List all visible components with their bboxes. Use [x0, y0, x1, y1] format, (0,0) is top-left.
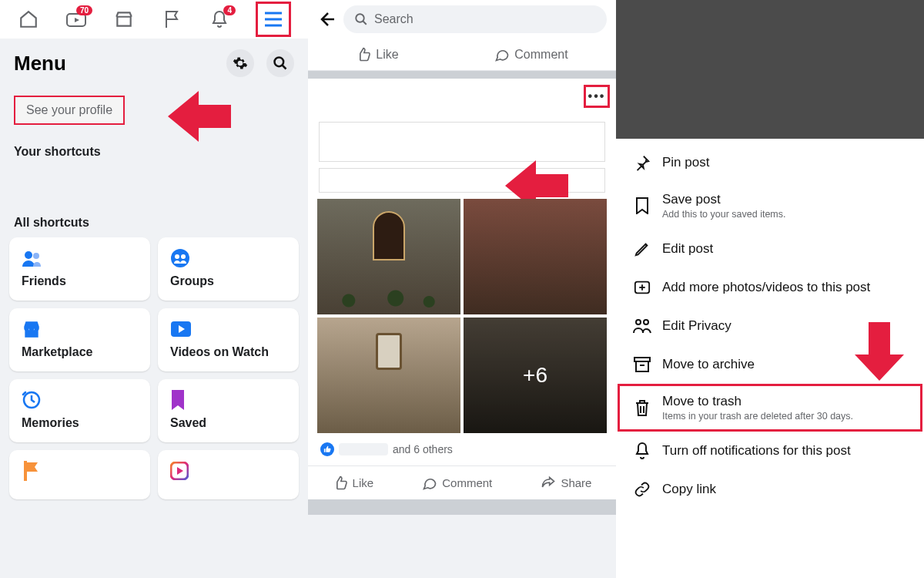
shortcut-saved[interactable]: Saved — [158, 379, 299, 442]
flag-icon[interactable] — [160, 8, 183, 31]
shortcut-friends[interactable]: Friends — [9, 237, 150, 301]
reels-icon — [170, 461, 286, 481]
annotation-arrow-trash — [858, 322, 901, 381]
photo-more-overlay: +6 — [464, 318, 607, 433]
svg-point-10 — [181, 254, 186, 259]
svg-line-5 — [283, 66, 286, 69]
photo-4[interactable]: +6 — [464, 318, 607, 433]
engagement-bar-bottom: Like Comment Share — [308, 465, 616, 499]
see-profile-link[interactable]: See your profile — [14, 96, 125, 125]
svg-point-7 — [33, 253, 39, 259]
settings-button[interactable] — [226, 49, 254, 77]
svg-point-6 — [25, 251, 32, 259]
like-icon — [356, 47, 371, 62]
search-bar: Search — [308, 0, 616, 39]
shortcut-videos-label: Videos on Watch — [170, 345, 286, 359]
svg-rect-13 — [24, 461, 27, 481]
option-copy-link[interactable]: Copy link — [618, 470, 922, 509]
svg-line-17 — [363, 21, 367, 25]
pin-icon — [633, 153, 651, 172]
shortcut-row-extra-2[interactable] — [158, 450, 299, 499]
like-button[interactable]: Like — [333, 476, 374, 491]
like-button-top[interactable]: Like — [356, 47, 398, 62]
bell-off-icon — [633, 442, 651, 460]
back-arrow-icon[interactable] — [317, 10, 336, 29]
engagement-bar-top: Like Comment — [308, 39, 616, 71]
shortcut-videos[interactable]: Videos on Watch — [158, 308, 299, 371]
add-photo-icon — [633, 278, 651, 297]
comment-button[interactable]: Comment — [422, 476, 492, 491]
memories-icon — [22, 390, 138, 410]
shortcut-memories[interactable]: Memories — [9, 379, 150, 442]
shortcut-marketplace[interactable]: Marketplace — [9, 308, 150, 371]
shortcut-saved-label: Saved — [170, 416, 286, 430]
friends-icon — [22, 248, 138, 268]
like-icon — [333, 476, 348, 491]
watch-badge: 70 — [76, 5, 92, 15]
option-trash[interactable]: Move to trashItems in your trash are del… — [618, 384, 922, 432]
shortcut-groups[interactable]: Groups — [158, 237, 299, 301]
sheet-cover-image — [616, 0, 924, 139]
post-header-placeholder — [319, 122, 605, 162]
shortcut-row-extra-1[interactable] — [9, 450, 150, 499]
privacy-icon — [633, 317, 651, 335]
bell-icon[interactable]: 4 — [208, 8, 231, 31]
link-icon — [633, 480, 651, 499]
photo-3[interactable] — [317, 318, 460, 433]
marketplace-icon[interactable] — [112, 8, 136, 31]
home-icon[interactable] — [17, 8, 40, 31]
pencil-icon — [633, 240, 651, 258]
shortcut-marketplace-label: Marketplace — [22, 345, 138, 359]
share-button[interactable]: Share — [541, 476, 591, 491]
option-pin[interactable]: Pin post — [618, 143, 922, 182]
archive-icon — [633, 355, 651, 374]
shortcut-memories-label: Memories — [22, 416, 138, 430]
svg-point-16 — [356, 14, 364, 22]
post-card: ••• +6 and 6 others — [308, 79, 616, 465]
search-icon — [273, 55, 288, 71]
videos-icon — [170, 319, 286, 339]
trash-icon — [633, 398, 651, 417]
search-field-icon — [354, 12, 368, 26]
shortcut-friends-label: Friends — [22, 274, 138, 288]
your-shortcuts-heading: Your shortcuts — [0, 142, 308, 159]
svg-point-9 — [175, 254, 179, 259]
pages-icon — [22, 461, 138, 481]
comment-icon — [494, 47, 510, 62]
comment-icon — [422, 476, 437, 491]
bookmark-icon — [633, 197, 651, 215]
gear-icon — [233, 55, 248, 71]
like-reaction-icon — [320, 442, 334, 456]
option-add-media[interactable]: Add more photos/videos to this post — [618, 268, 922, 307]
saved-icon — [170, 390, 286, 410]
search-button[interactable] — [266, 49, 294, 77]
comment-button-top[interactable]: Comment — [494, 47, 567, 62]
option-save[interactable]: Save postAdd this to your saved items. — [618, 182, 922, 230]
page-title: Menu — [14, 52, 66, 76]
post-menu-button[interactable]: ••• — [584, 85, 610, 108]
svg-point-8 — [171, 249, 189, 267]
hamburger-menu-icon[interactable] — [256, 2, 291, 37]
groups-icon — [170, 248, 286, 268]
search-input[interactable]: Search — [343, 5, 607, 33]
reactor-name-placeholder — [339, 443, 388, 455]
photo-1[interactable] — [317, 199, 460, 314]
svg-point-19 — [636, 320, 641, 324]
search-placeholder: Search — [374, 12, 413, 26]
option-notifications[interactable]: Turn off notifications for this post — [618, 432, 922, 470]
option-edit[interactable]: Edit post — [618, 230, 922, 268]
all-shortcuts-heading: All shortcuts — [0, 213, 308, 230]
svg-point-20 — [644, 320, 648, 324]
shortcut-groups-label: Groups — [170, 274, 286, 288]
top-nav-bar: 70 4 — [0, 0, 308, 39]
svg-point-4 — [275, 58, 284, 67]
post-photo-grid[interactable]: +6 — [317, 199, 607, 438]
notif-badge: 4 — [223, 5, 236, 15]
share-icon — [541, 476, 556, 491]
svg-rect-21 — [634, 358, 650, 361]
watch-icon[interactable]: 70 — [65, 8, 88, 31]
reactions-row[interactable]: and 6 others — [317, 438, 607, 462]
photo-2[interactable] — [464, 199, 607, 314]
annotation-arrow-profile — [169, 96, 231, 137]
reactions-text: and 6 others — [393, 443, 453, 455]
